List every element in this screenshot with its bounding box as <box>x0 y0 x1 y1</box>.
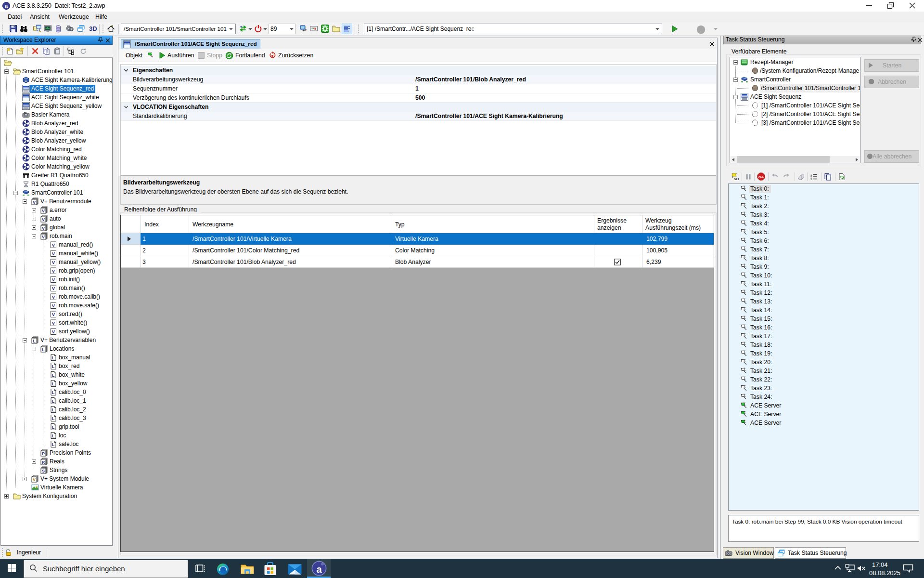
svg-text:V: V <box>42 226 45 231</box>
svg-text:L: L <box>52 364 55 369</box>
svg-text:SEL: SEL <box>734 177 739 181</box>
svg-text:L: L <box>52 355 55 360</box>
svg-text:V: V <box>52 277 55 282</box>
svg-text:3: 3 <box>810 178 812 181</box>
svg-text:a: a <box>5 3 8 9</box>
svg-text:R: R <box>42 460 45 465</box>
svg-text:L: L <box>52 407 55 412</box>
svg-text:P: P <box>42 451 45 456</box>
svg-text:L: L <box>52 416 55 421</box>
svg-text:ALL: ALL <box>758 175 764 178</box>
svg-text:V: V <box>52 303 55 308</box>
svg-text:V: V <box>52 312 55 317</box>
svg-text:L: L <box>52 399 55 404</box>
svg-text:L: L <box>52 442 55 447</box>
svg-text:L: L <box>52 425 55 430</box>
svg-text:V: V <box>52 268 55 274</box>
svg-text:V: V <box>52 260 55 265</box>
svg-text:V: V <box>33 477 36 482</box>
svg-text:V: V <box>52 251 55 256</box>
svg-text:V: V <box>42 217 45 222</box>
svg-text:V: V <box>52 294 55 300</box>
svg-text:L: L <box>52 381 55 386</box>
svg-text:L: L <box>42 347 45 352</box>
svg-text:L: L <box>52 434 55 438</box>
svg-text:V: V <box>52 320 55 326</box>
svg-text:S: S <box>42 469 45 473</box>
svg-text:V: V <box>33 200 36 205</box>
svg-text:V: V <box>42 235 45 239</box>
svg-text:L: L <box>33 339 36 343</box>
svg-text:a: a <box>316 564 322 575</box>
svg-text:V: V <box>52 329 55 334</box>
svg-text:V: V <box>52 242 55 248</box>
svg-text:L: L <box>52 390 55 395</box>
svg-text:V: V <box>52 286 55 291</box>
svg-text:V: V <box>42 209 45 213</box>
svg-text:L: L <box>52 373 55 378</box>
